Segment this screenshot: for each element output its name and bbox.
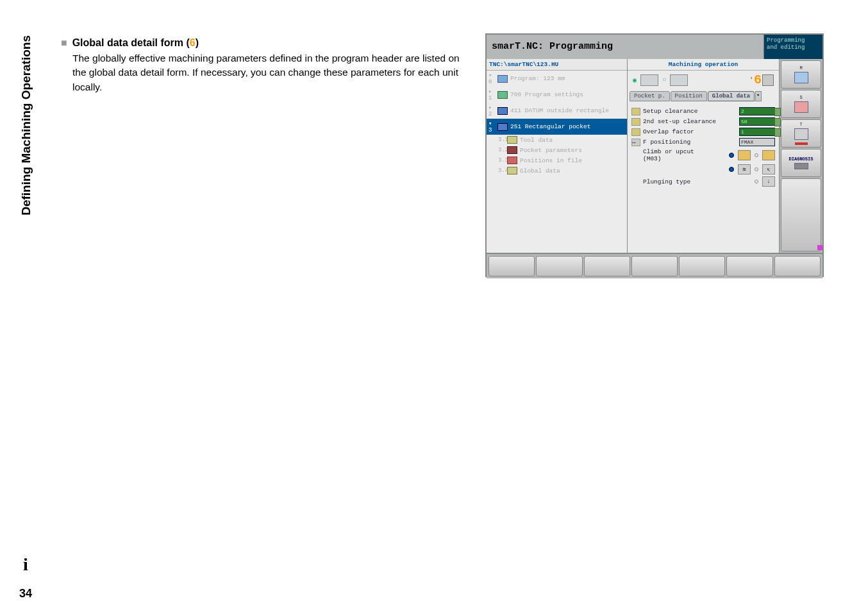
setup-clearance-icon [631,108,640,115]
tree-label-0: Program: 123 mm [510,75,565,82]
tree-arrow-0: ▾ 0 [488,72,495,85]
field-fpos[interactable]: FMAX [739,138,775,146]
pocket-icon [497,123,508,131]
plunge-icon-b: ↸ [762,164,775,174]
tree-label-1: 700 Program settings [510,91,583,98]
operation-icon-row: ◉ ○ ' 6 [628,71,779,91]
op-icon-1[interactable] [640,74,658,86]
op-icon-3[interactable] [762,74,774,86]
label-overlap: Overlap factor [643,128,737,135]
radio-plunge-b[interactable] [755,167,758,171]
tree-row-32[interactable]: 3.2 Pocket parameters [487,145,627,155]
overlap-icon [631,128,640,136]
main-content: ■ Global data detail form (6) The global… [61,37,471,94]
corner-accent [817,245,822,250]
radio-on-icon: ◉ [633,76,637,84]
tree-row-34[interactable]: 3.4 Global data [487,166,627,176]
tree-label-33: Positions in file [520,157,582,164]
info-icon: i [17,554,35,572]
bottom-softkey-2[interactable] [536,256,582,276]
bottom-softkey-7[interactable] [774,256,821,276]
tree-idx-31: 3.1 [498,137,505,143]
softkey-m[interactable]: M [781,60,821,89]
row-plunge: Plunging type ↓ [631,176,775,187]
softkey-m-label: M [799,65,802,71]
softkey-column: M S T DIAGNOSIS [779,59,822,253]
tab-scroll-right-icon[interactable]: ▸ [755,91,762,101]
tree-label-3: 251 Rectangular pocket [510,123,590,130]
bullet-icon: ■ [61,37,67,49]
label-climb: Climb or upcut (M03) [643,148,715,162]
climb-icon-a [738,150,751,160]
climb-icon-b [762,150,775,160]
pocket-params-icon [507,146,517,154]
tab-pocket[interactable]: Pocket p. [630,91,670,101]
row-second-clearance: 2nd set-up clearance 50 [631,117,775,126]
radio-off-icon: ○ [662,76,666,83]
sidebar-section-title: Defining Machining Operations [19,35,33,216]
row-plunge-icons: ≋ ↸ [631,164,775,174]
cnc-screenshot: smarT.NC: Programming Programming and ed… [485,33,824,277]
plunge-radio-group-2[interactable]: ↓ [755,176,775,187]
bottom-softkey-row [487,253,822,278]
big-6-indicator: ' 6 [750,72,774,87]
climb-radio-group[interactable] [729,150,775,160]
page-number: 34 [19,587,32,600]
bottom-softkey-5[interactable] [679,256,725,276]
heading-text: Global data detail form [72,37,183,48]
bottom-softkey-4[interactable] [631,256,678,276]
heading-number: 6 [190,37,196,48]
positions-icon [507,157,517,164]
second-clearance-icon [631,118,640,126]
radio-plunge-c[interactable] [755,180,758,183]
tool-data-icon [507,136,517,144]
tree-row-0[interactable]: ▾ 0 Program: 123 mm [487,71,627,87]
tree-idx-32: 3.2 [498,147,505,153]
row-setup-clearance: Setup clearance 2 [631,107,775,115]
field-second[interactable]: 50 [739,117,775,126]
mode-line1: Programming [767,37,820,44]
softkey-empty-1[interactable] [781,178,821,251]
big-6-text: 6 [754,72,762,87]
tree-row-2[interactable]: ▸ 2 411 DATUM outside rectangle [487,103,627,119]
form-title: Machining operation [628,59,779,71]
mode-line2: and editing [767,44,820,51]
tab-global-data[interactable]: Global data [708,91,755,101]
label-second: 2nd set-up clearance [643,118,737,125]
body-paragraph: The globally effective machining paramet… [72,51,471,94]
file-path: TNC:\smarTNC\123.HU [487,59,627,71]
tree-idx-34: 3.4 [498,167,505,174]
row-overlap: Overlap factor 1 [631,128,775,136]
bottom-softkey-6[interactable] [726,256,772,276]
tree-row-3-selected[interactable]: ▾ 3 251 Rectangular pocket [487,119,627,135]
op-icon-2[interactable] [670,74,688,86]
tree-row-1[interactable]: ▸ 1 700 Program settings [487,87,627,103]
program-icon [497,75,508,83]
tree-label-32: Pocket parameters [520,147,582,154]
plunge-radio-group[interactable]: ≋ ↸ [729,164,775,174]
tree-label-31: Tool data [520,137,553,144]
label-plunge: Plunging type [643,178,740,185]
softkey-s[interactable]: S [781,90,821,118]
field-overlap[interactable]: 1 [739,128,775,136]
softkey-t[interactable]: T [781,119,821,148]
bottom-softkey-3[interactable] [584,256,630,276]
datum-icon [497,107,508,115]
plunge-icon-a: ≋ [738,164,751,174]
heading-wrapper: Global data detail form (6) [72,37,199,49]
radio-climb-a[interactable] [729,153,734,158]
tab-position[interactable]: Position [671,91,707,101]
softkey-t-icon [794,128,808,140]
red-strip-icon [795,142,808,145]
tree-row-31[interactable]: 3.1 Tool data [487,135,627,145]
bottom-softkey-1[interactable] [488,256,535,276]
tree-label-2: 411 DATUM outside rectangle [510,107,609,114]
radio-plunge-a[interactable] [729,167,734,172]
tree-row-33[interactable]: 3.3 Positions in file [487,155,627,166]
fpos-icon: ↔ [631,139,640,146]
field-setup[interactable]: 2 [739,107,775,115]
paren-close: ) [196,37,199,48]
softkey-diagnosis[interactable]: DIAGNOSIS [781,149,821,177]
screenshot-title: smarT.NC: Programming [487,35,764,59]
radio-climb-b[interactable] [755,153,758,157]
